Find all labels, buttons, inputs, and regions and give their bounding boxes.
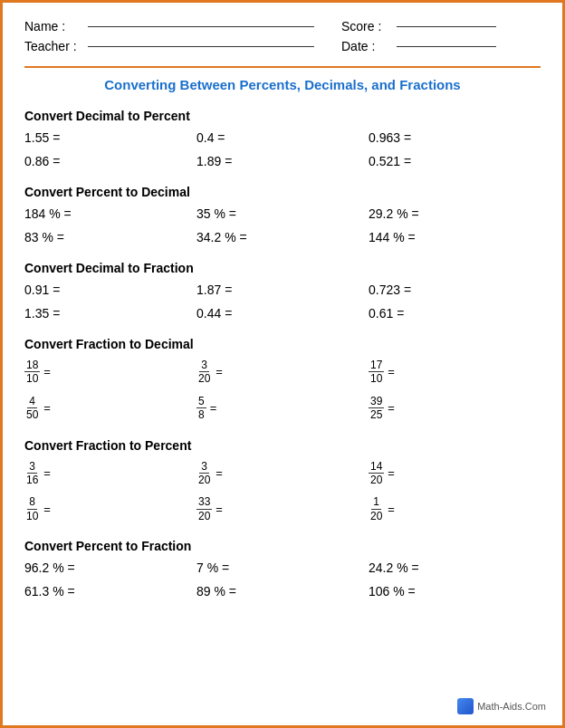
problems-row: 83 % =34.2 % =144 % = [24, 230, 541, 244]
text-problem: 0.963 = [369, 130, 541, 145]
equals-sign: = [388, 401, 395, 415]
problems-row: 1.35 =0.44 =0.61 = [24, 306, 541, 321]
problem-cell: 1810= [24, 359, 196, 386]
numerator: 5 [196, 395, 206, 408]
denominator: 20 [196, 510, 212, 522]
fraction-problem: 120= [369, 495, 531, 522]
fraction-problem: 316= [24, 460, 187, 487]
text-problem: 1.87 = [196, 283, 369, 297]
fraction: 3320 [196, 495, 212, 522]
section-fraction-to-percent: Convert Fraction to Percent316=320=1420=… [24, 438, 541, 523]
header-top: Name : Teacher : Score : Date : [24, 19, 541, 59]
fraction: 58 [196, 395, 206, 422]
problems-row: 184 % =35 % =29.2 % = [24, 206, 541, 221]
section-fraction-to-decimal: Convert Fraction to Decimal1810=320=1710… [24, 337, 541, 422]
problems-row: 1810=320=1710= [24, 359, 541, 386]
section-title: Convert Fraction to Decimal [24, 337, 541, 351]
problem-cell: 120= [369, 495, 541, 522]
text-problem: 0.4 = [196, 130, 369, 145]
section-decimal-to-percent: Convert Decimal to Percent1.55 =0.4 =0.9… [24, 109, 541, 168]
text-problem: 0.91 = [24, 283, 196, 297]
fraction: 1810 [24, 359, 40, 386]
text-problem: 1.55 = [24, 130, 196, 145]
problem-cell: 320= [196, 359, 369, 386]
fraction-problem: 3320= [196, 495, 359, 522]
header-section: Name : Teacher : Score : Date : [24, 19, 541, 59]
problem-cell: 450= [24, 395, 196, 422]
problem-cell: 1420= [369, 460, 541, 487]
denominator: 20 [196, 474, 212, 486]
denominator: 20 [369, 474, 384, 486]
fraction: 316 [24, 460, 40, 487]
date-line [397, 46, 496, 47]
text-problem: 29.2 % = [369, 206, 541, 221]
fraction-problem: 450= [24, 395, 187, 422]
watermark-icon [457, 698, 474, 714]
text-problem: 96.2 % = [24, 560, 196, 575]
name-line [88, 26, 314, 27]
fraction-problem: 3925= [369, 395, 531, 422]
section-percent-to-fraction: Convert Percent to Fraction96.2 % =7 % =… [24, 539, 541, 599]
text-problem: 83 % = [24, 230, 196, 244]
text-problem: 7 % = [196, 560, 369, 575]
fraction: 1710 [369, 359, 384, 386]
problem-cell: 3925= [369, 395, 541, 422]
worksheet: Name : Teacher : Score : Date : [0, 0, 565, 728]
problem-cell: 316= [24, 460, 196, 487]
numerator: 3 [27, 460, 37, 474]
date-label: Date : [341, 39, 391, 53]
fraction-problem: 1810= [24, 359, 187, 386]
fraction: 3925 [369, 395, 384, 422]
denominator: 8 [196, 408, 206, 421]
denominator: 25 [369, 408, 384, 421]
denominator: 10 [24, 372, 40, 385]
fraction-problem: 1420= [369, 460, 531, 487]
section-title: Convert Decimal to Percent [24, 109, 541, 123]
numerator: 3 [199, 460, 209, 474]
name-label: Name : [24, 19, 88, 34]
equals-sign: = [210, 401, 217, 415]
numerator: 18 [24, 359, 40, 372]
problems-row: 96.2 % =7 % =24.2 % = [24, 560, 541, 575]
fraction-problem: 320= [196, 460, 359, 487]
equals-sign: = [43, 365, 51, 378]
problems-row: 810=3320=120= [24, 495, 541, 522]
watermark-text: Math-Aids.Com [477, 701, 546, 712]
text-problem: 1.35 = [24, 306, 196, 321]
problem-cell: 320= [196, 460, 369, 487]
equals-sign: = [388, 365, 395, 378]
header-divider [24, 66, 541, 68]
text-problem: 0.86 = [24, 154, 196, 168]
teacher-row: Teacher : [24, 39, 341, 53]
fraction: 1420 [369, 460, 384, 487]
fraction-problem: 58= [196, 395, 359, 422]
section-decimal-to-fraction: Convert Decimal to Fraction0.91 =1.87 =0… [24, 261, 541, 321]
denominator: 16 [24, 474, 40, 486]
text-problem: 0.44 = [196, 306, 369, 321]
numerator: 33 [196, 495, 212, 509]
fraction-problem: 320= [196, 359, 359, 386]
equals-sign: = [388, 503, 395, 516]
numerator: 3 [199, 359, 209, 372]
denominator: 10 [24, 510, 40, 522]
fraction: 450 [24, 395, 40, 422]
equals-sign: = [43, 401, 51, 415]
fraction-problem: 810= [24, 495, 187, 522]
problems-row: 0.91 =1.87 =0.723 = [24, 283, 541, 297]
denominator: 20 [196, 372, 212, 385]
denominator: 20 [369, 510, 384, 522]
problems-row: 0.86 =1.89 =0.521 = [24, 154, 541, 168]
denominator: 10 [369, 372, 384, 385]
equals-sign: = [215, 503, 223, 516]
section-title: Convert Percent to Decimal [24, 185, 541, 199]
section-percent-to-decimal: Convert Percent to Decimal184 % =35 % =2… [24, 185, 541, 244]
text-problem: 0.521 = [369, 154, 541, 168]
problems-row: 1.55 =0.4 =0.963 = [24, 130, 541, 145]
section-title: Convert Fraction to Percent [24, 438, 541, 453]
section-title: Convert Percent to Fraction [24, 539, 541, 553]
text-problem: 35 % = [196, 206, 369, 221]
name-row: Name : [24, 19, 341, 34]
text-problem: 0.723 = [369, 283, 541, 297]
teacher-label: Teacher : [24, 39, 88, 53]
equals-sign: = [388, 466, 395, 480]
